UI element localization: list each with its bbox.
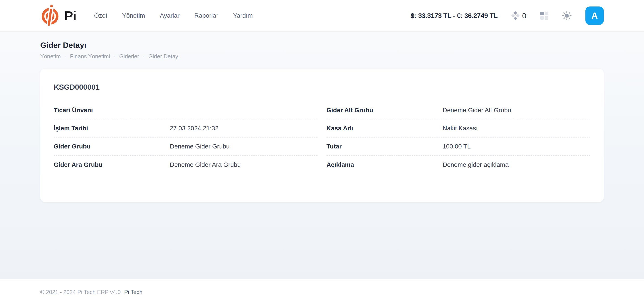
footer: © 2021 - 2024 Pi Tech ERP v4.0 Pi Tech <box>0 279 644 305</box>
expense-code: KSGD000001 <box>54 83 590 92</box>
breadcrumb-item-current: Gider Detayı <box>148 53 180 60</box>
detail-label: Açıklama <box>326 161 442 168</box>
detail-label: İşlem Tarihi <box>54 125 170 132</box>
navbar: Pi Özet Yönetim Ayarlar Raporlar Yardım … <box>0 0 644 31</box>
grid-icon <box>540 12 548 20</box>
detail-value: Deneme gider açıklama <box>442 161 590 168</box>
detail-value: Deneme Gider Ara Grubu <box>170 161 318 168</box>
breadcrumb: Yönetim - Finans Yönetimi - Giderler - G… <box>40 53 604 60</box>
main-content: Gider Detayı Yönetim - Finans Yönetimi -… <box>0 31 644 279</box>
detail-label: Gider Alt Grubu <box>326 107 442 114</box>
breadcrumb-separator: - <box>143 54 144 60</box>
detail-row-ticari-unvani: Ticari Ünvanı <box>54 101 318 120</box>
theme-toggle-button[interactable] <box>562 11 572 20</box>
nav-item-yonetim[interactable]: Yönetim <box>122 12 145 19</box>
detail-label: Kasa Adı <box>326 125 442 132</box>
navbar-right-cluster: $: 33.3173 TL - €: 36.2749 TL 0 <box>411 6 604 25</box>
breadcrumb-separator: - <box>64 54 66 60</box>
detail-label: Ticari Ünvanı <box>54 107 170 114</box>
nav-item-ozet[interactable]: Özet <box>94 12 107 19</box>
breadcrumb-item-giderler[interactable]: Giderler <box>119 53 139 60</box>
nav-item-ayarlar[interactable]: Ayarlar <box>160 12 180 19</box>
notification-count: 0 <box>522 12 526 20</box>
main-nav: Özet Yönetim Ayarlar Raporlar Yardım <box>94 12 253 19</box>
footer-company-link[interactable]: Pi Tech <box>124 289 142 296</box>
exchange-rates: $: 33.3173 TL - €: 36.2749 TL <box>411 12 498 20</box>
pi-logo-icon <box>40 4 60 27</box>
diamonds-icon <box>512 11 520 20</box>
notifications-button[interactable]: 0 <box>512 11 526 20</box>
sun-icon <box>562 11 572 20</box>
brand-name: Pi <box>64 8 76 23</box>
page-title: Gider Detayı <box>40 41 604 50</box>
detail-column-left: Ticari Ünvanı İşlem Tarihi 27.03.2024 21… <box>54 101 318 174</box>
nav-item-raporlar[interactable]: Raporlar <box>194 12 218 19</box>
breadcrumb-item-finans-yonetimi[interactable]: Finans Yönetimi <box>70 53 110 60</box>
detail-row-kasa-adi: Kasa Adı Nakit Kasası <box>326 120 590 138</box>
detail-value: Nakit Kasası <box>442 125 590 132</box>
detail-grid: Ticari Ünvanı İşlem Tarihi 27.03.2024 21… <box>54 101 590 174</box>
detail-label: Gider Ara Grubu <box>54 161 170 168</box>
detail-row-islem-tarihi: İşlem Tarihi 27.03.2024 21:32 <box>54 120 318 138</box>
detail-row-aciklama: Açıklama Deneme gider açıklama <box>326 156 590 174</box>
detail-value: 100,00 TL <box>442 143 590 150</box>
detail-value: Deneme Gider Alt Grubu <box>442 107 590 114</box>
apps-grid-button[interactable] <box>540 12 548 20</box>
detail-label: Tutar <box>326 143 442 150</box>
breadcrumb-separator: - <box>114 54 116 60</box>
brand-logo-link[interactable]: Pi <box>40 4 76 27</box>
detail-row-gider-alt-grubu: Gider Alt Grubu Deneme Gider Alt Grubu <box>326 101 590 120</box>
detail-row-gider-ara-grubu: Gider Ara Grubu Deneme Gider Ara Grubu <box>54 156 318 174</box>
detail-value: Deneme Gider Grubu <box>170 143 318 150</box>
footer-copyright: © 2021 - 2024 Pi Tech ERP v4.0 <box>40 289 120 296</box>
detail-row-tutar: Tutar 100,00 TL <box>326 138 590 156</box>
expense-detail-card: KSGD000001 Ticari Ünvanı İşlem Tarihi 27… <box>40 69 604 202</box>
detail-row-gider-grubu: Gider Grubu Deneme Gider Grubu <box>54 138 318 156</box>
breadcrumb-item-yonetim[interactable]: Yönetim <box>40 53 61 60</box>
detail-value: 27.03.2024 21:32 <box>170 125 318 132</box>
user-avatar-button[interactable]: A <box>586 6 604 25</box>
detail-column-right: Gider Alt Grubu Deneme Gider Alt Grubu K… <box>326 101 590 174</box>
detail-label: Gider Grubu <box>54 143 170 150</box>
nav-item-yardim[interactable]: Yardım <box>233 12 253 19</box>
